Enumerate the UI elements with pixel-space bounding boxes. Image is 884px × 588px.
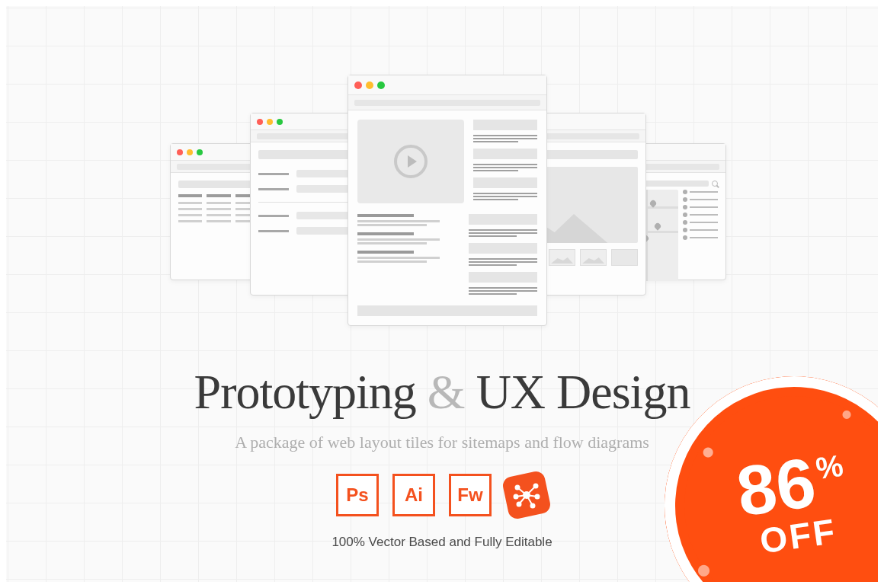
illustrator-icon: Ai xyxy=(392,474,435,516)
svg-point-4 xyxy=(534,484,538,488)
title-ampersand: & xyxy=(428,365,465,419)
play-icon xyxy=(394,145,428,178)
svg-point-8 xyxy=(531,504,535,508)
wireframe-window-video xyxy=(348,75,547,326)
svg-point-2 xyxy=(516,486,520,490)
svg-point-12 xyxy=(514,495,518,499)
svg-point-10 xyxy=(517,503,521,507)
photoshop-icon: Ps xyxy=(336,474,379,516)
wireframe-stage xyxy=(6,29,878,334)
discount-percent: % xyxy=(815,452,845,482)
search-icon xyxy=(712,181,718,187)
fireworks-icon: Fw xyxy=(449,474,492,516)
title-part2: UX Design xyxy=(476,365,690,419)
mindmap-icon xyxy=(501,470,552,520)
discount-value: 86 xyxy=(733,452,818,522)
svg-point-6 xyxy=(536,495,540,499)
title-part1: Prototyping xyxy=(194,365,416,419)
